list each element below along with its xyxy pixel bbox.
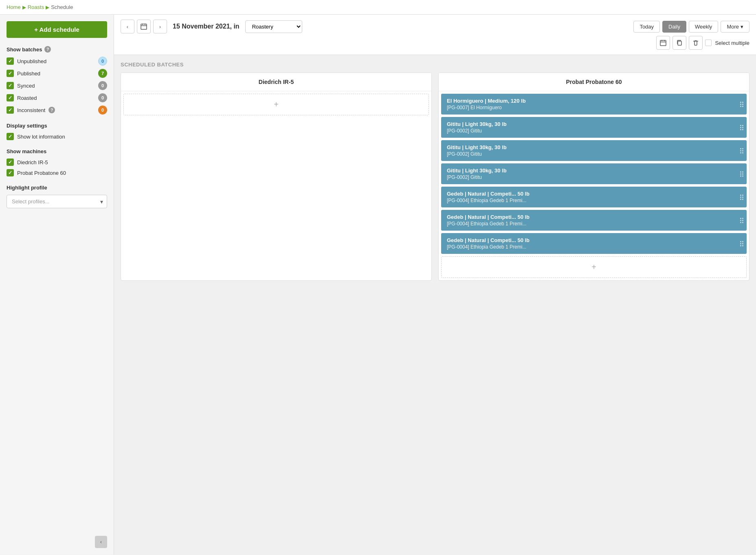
drag-handle-icon[interactable]	[740, 194, 743, 200]
published-checkbox[interactable]	[7, 70, 14, 77]
calendar-button[interactable]	[137, 20, 151, 33]
drag-handle-icon[interactable]	[740, 148, 743, 153]
scheduled-batches-title: Scheduled batches	[121, 62, 749, 68]
probat-add-batch-button[interactable]: +	[441, 256, 747, 278]
schedule-icon-button[interactable]	[656, 36, 670, 50]
diedrich-add-batch-button[interactable]: +	[123, 94, 429, 115]
batch-card[interactable]: Gedeb | Natural | Competi... 50 lb [PG-0…	[441, 233, 747, 254]
delete-button[interactable]	[689, 36, 703, 50]
svg-rect-8	[678, 41, 681, 45]
batch-filter-synced[interactable]: Synced 0	[7, 81, 107, 90]
highlight-profile-wrapper: Select profiles...	[7, 195, 107, 208]
diedrich-checkbox[interactable]	[7, 159, 14, 166]
batch-subtitle: [PG-0004] Ethiopia Gedeb 1 Premi...	[447, 244, 741, 250]
machine-diedrich-row[interactable]: Diedrich IR-5	[7, 159, 107, 166]
probat-label: Probat Probatone 60	[17, 170, 66, 176]
probat-header: Probat Probatone 60	[439, 73, 749, 91]
batch-filter-inconsistent[interactable]: Inconsistent ? 0	[7, 106, 107, 115]
roasted-label: Roasted	[17, 95, 37, 101]
breadcrumb-sep-1: ▶	[22, 4, 26, 10]
show-lot-info-row[interactable]: Show lot information	[7, 133, 107, 140]
inconsistent-label: Inconsistent	[17, 107, 45, 113]
select-multiple-label: Select multiple	[715, 40, 749, 46]
probat-checkbox[interactable]	[7, 169, 14, 176]
drag-handle-icon[interactable]	[740, 101, 743, 107]
batch-title: Gedeb | Natural | Competi... 50 lb	[447, 214, 741, 220]
add-schedule-button[interactable]: + Add schedule	[7, 21, 107, 38]
roasted-checkbox[interactable]	[7, 94, 14, 101]
batch-subtitle: [PG-0007] El Hormiguero	[447, 105, 741, 110]
toolbar-rows: ‹ › 15 November 2021, in Roastery	[121, 20, 749, 50]
breadcrumb-roasts[interactable]: Roasts	[28, 4, 44, 10]
batch-card[interactable]: Gititu | Light 30kg, 30 lb [PG-0002] Git…	[441, 140, 747, 161]
roastery-select[interactable]: Roastery	[245, 20, 302, 33]
machine-column-probat: Probat Probatone 60 El Hormiguero | Medi…	[438, 73, 749, 281]
batch-card[interactable]: Gedeb | Natural | Competi... 50 lb [PG-0…	[441, 210, 747, 231]
diedrich-header: Diedrich IR-5	[121, 73, 431, 91]
drag-handle-icon[interactable]	[740, 171, 743, 176]
scheduled-batches-area: Scheduled batches Diedrich IR-5 + Probat…	[114, 55, 756, 555]
weekly-button[interactable]: Weekly	[689, 21, 718, 33]
synced-badge: 0	[98, 81, 107, 90]
synced-checkbox[interactable]	[7, 82, 14, 89]
synced-label: Synced	[17, 83, 35, 89]
show-lot-info-checkbox[interactable]	[7, 133, 14, 140]
more-button[interactable]: More ▾	[721, 21, 749, 33]
highlight-profile-select[interactable]: Select profiles...	[7, 195, 107, 208]
daily-button[interactable]: Daily	[662, 21, 686, 33]
breadcrumb-current: Schedule	[51, 4, 73, 10]
show-batches-title: Show batches ?	[7, 46, 107, 53]
batch-subtitle: [PG-0002] Gititu	[447, 128, 741, 134]
batch-title: Gedeb | Natural | Competi... 50 lb	[447, 191, 741, 197]
batch-title: Gititu | Light 30kg, 30 lb	[447, 167, 741, 174]
batch-filter-unpublished[interactable]: Unpublished 0	[7, 57, 107, 66]
show-lot-info-label: Show lot information	[17, 134, 65, 140]
svg-rect-4	[660, 40, 666, 46]
unpublished-badge: 0	[98, 57, 107, 66]
batch-title: El Hormiguero | Medium, 120 lb	[447, 98, 741, 104]
sidebar: + Add schedule Show batches ? Unpublishe…	[0, 15, 114, 555]
copy-button[interactable]	[672, 36, 686, 50]
date-display: 15 November 2021, in	[173, 23, 240, 30]
batch-filter-published[interactable]: Published 7	[7, 69, 107, 78]
batch-subtitle: [PG-0004] Ethiopia Gedeb 1 Premi...	[447, 198, 741, 203]
drag-handle-icon[interactable]	[740, 125, 743, 130]
toolbar-row1: ‹ › 15 November 2021, in Roastery	[121, 20, 749, 33]
select-multiple-row[interactable]: Select multiple	[705, 40, 749, 46]
batch-title: Gititu | Light 30kg, 30 lb	[447, 144, 741, 150]
batch-title: Gititu | Light 30kg, 30 lb	[447, 121, 741, 127]
batch-subtitle: [PG-0004] Ethiopia Gedeb 1 Premi...	[447, 221, 741, 227]
prev-date-button[interactable]: ‹	[121, 20, 134, 33]
batch-card[interactable]: El Hormiguero | Medium, 120 lb [PG-0007]…	[441, 94, 747, 115]
highlight-profile-section: Highlight profile Select profiles...	[7, 185, 107, 208]
machine-column-diedrich: Diedrich IR-5 +	[121, 73, 432, 281]
diedrich-label: Diedrich IR-5	[17, 159, 48, 165]
inconsistent-help-icon[interactable]: ?	[48, 107, 55, 113]
unpublished-label: Unpublished	[17, 58, 46, 64]
select-multiple-checkbox[interactable]	[705, 40, 712, 46]
toolbar-row2: Select multiple	[121, 36, 749, 50]
batch-title: Gedeb | Natural | Competi... 50 lb	[447, 237, 741, 243]
drag-handle-icon[interactable]	[740, 241, 743, 246]
svg-rect-0	[141, 24, 147, 29]
drag-handle-icon[interactable]	[740, 218, 743, 223]
breadcrumb-home[interactable]: Home	[7, 4, 21, 10]
breadcrumb: Home ▶ Roasts ▶ Schedule	[0, 0, 756, 15]
batch-filter-roasted[interactable]: Roasted 0	[7, 93, 107, 102]
inconsistent-checkbox[interactable]	[7, 106, 14, 114]
sidebar-collapse-button[interactable]: ‹	[95, 536, 107, 548]
machine-probat-row[interactable]: Probat Probatone 60	[7, 169, 107, 176]
inconsistent-badge: 0	[98, 106, 107, 115]
toolbar: ‹ › 15 November 2021, in Roastery	[114, 15, 756, 55]
batch-subtitle: [PG-0002] Gititu	[447, 174, 741, 180]
batch-card[interactable]: Gedeb | Natural | Competi... 50 lb [PG-0…	[441, 187, 747, 207]
batch-subtitle: [PG-0002] Gititu	[447, 151, 741, 157]
show-batches-section: Show batches ? Unpublished 0 Published 7	[7, 46, 107, 115]
batch-card[interactable]: Gititu | Light 30kg, 30 lb [PG-0002] Git…	[441, 163, 747, 184]
today-button[interactable]: Today	[633, 21, 660, 33]
show-batches-help-icon[interactable]: ?	[44, 46, 51, 53]
batch-card[interactable]: Gititu | Light 30kg, 30 lb [PG-0002] Git…	[441, 117, 747, 138]
roasted-badge: 0	[98, 93, 107, 102]
unpublished-checkbox[interactable]	[7, 57, 14, 65]
next-date-button[interactable]: ›	[153, 20, 167, 33]
